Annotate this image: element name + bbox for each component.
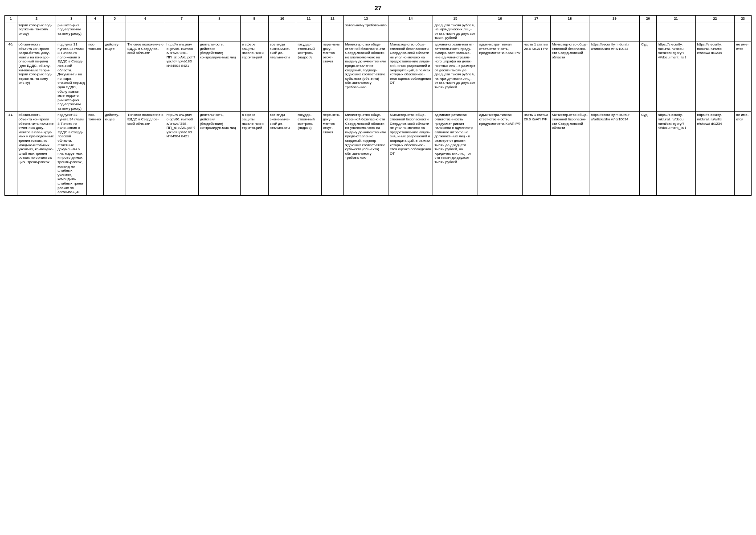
- table-row-40: 40. обязан-ность объекта кон-троля разра…: [5, 41, 752, 112]
- tc-1: [5, 22, 17, 41]
- hcol-9: 9: [240, 16, 268, 22]
- r40-c13: Министер-ство обще-ственной безопасно-ст…: [343, 41, 388, 112]
- main-table: 1 2 3 4 5 6 7 8 9 10 11 12 13 14 15 16 1…: [4, 15, 752, 196]
- r40-c17: часть 1 статьи 20.6 Ко-АП РФ: [522, 41, 550, 112]
- tc-3: рин кото-рых под-верже-ны та-кому риску): [56, 22, 87, 41]
- tc-7: [165, 22, 198, 41]
- r40-c16: администра-тивная ответ-ственность, пред…: [478, 41, 522, 112]
- top-continuation-row: тории кото-рых под-верже-ны та-кому риск…: [5, 22, 752, 41]
- tc-15: двадцати тысяч рублей, на юри-дических л…: [433, 22, 478, 41]
- hcol-15: 15: [433, 16, 478, 22]
- r41-c23: не име-ется: [735, 112, 752, 195]
- r41-c18: Министер-ство обще-ственной безопасно-ст…: [550, 112, 589, 195]
- r40-c3: подпункт 31 пункта 34 главы 8 Типово-го …: [56, 41, 87, 112]
- r40-c4: пос-тоян-но: [87, 41, 104, 112]
- r40-c5: действу-ющее: [103, 41, 126, 112]
- tc-23: [735, 22, 752, 41]
- hcol-22: 22: [695, 16, 735, 22]
- tc-2: тории кото-рых под-верже-ны та-кому риск…: [17, 22, 56, 41]
- page-container: 27: [0, 0, 756, 535]
- hcol-2: 2: [17, 16, 56, 22]
- r41-c6: Типовое положение о ЕДДС в Свердлов-ской…: [126, 112, 165, 195]
- r41-c22: https://s ecurity. midural. ru/articl e/…: [695, 112, 735, 195]
- r41-c20: Суд: [640, 112, 657, 195]
- r40-c19: https://secur ity.midural.r u/article/sh…: [589, 41, 640, 112]
- r40-c18: Министер-ство обще-ственной безопасно-ст…: [550, 41, 589, 112]
- tc-10: [268, 22, 296, 41]
- tc-18: [550, 22, 589, 41]
- r41-c10: все виды эконо-миче-ской де-ятельно-сти: [268, 112, 296, 195]
- hcol-10: 10: [268, 16, 296, 22]
- hcol-7: 7: [165, 16, 198, 22]
- r41-c15: админист ративная ответствен-ность преду…: [433, 112, 478, 195]
- header-row: 1 2 3 4 5 6 7 8 9 10 11 12 13 14 15 16 1…: [5, 16, 752, 22]
- r41-c9: в сфере защиты населе-ния и террито-рий: [240, 112, 268, 195]
- r40-c14: Министер-ство обще-ственной безопасности…: [388, 41, 433, 112]
- tc-19: [589, 22, 640, 41]
- r40-c7: http://w ww.prav o.gov66. ru/medi a/prav…: [165, 41, 198, 112]
- hcol-23: 23: [735, 16, 752, 22]
- hcol-21: 21: [656, 16, 695, 22]
- tc-8: [198, 22, 240, 41]
- r40-c9: в сфере защиты населе-ния и террито-рий: [240, 41, 268, 112]
- hcol-12: 12: [321, 16, 343, 22]
- r41-c7: http://w ww.prav o.gov66. ru/medi a/prav…: [165, 112, 198, 195]
- r41-c13: Министер-ство обще-ственной безопасно-ст…: [343, 112, 388, 195]
- hcol-19: 19: [589, 16, 640, 22]
- hcol-4: 4: [87, 16, 104, 22]
- hcol-1: 1: [5, 16, 17, 22]
- page-title: 27: [4, 4, 752, 12]
- tc-13: зательному требова-нию: [343, 22, 388, 41]
- r40-c22: https://s ecurity. midural. ru/articl e/…: [695, 41, 735, 112]
- tc-12: [321, 22, 343, 41]
- tc-20: [640, 22, 657, 41]
- r41-c14: Министер-ство обще-ственной безопасности…: [388, 112, 433, 195]
- hcol-3: 3: [56, 16, 87, 22]
- r41-c3: подпункт 32 пункта 34 главы 8 Типово-го …: [56, 112, 87, 195]
- r40-c23: не име-ется: [735, 41, 752, 112]
- hcol-8: 8: [198, 16, 240, 22]
- tc-16: [478, 22, 522, 41]
- r41-c11: государ-ствен-ный контроль (надзор): [296, 112, 321, 195]
- table-row-41: 41. обязан-ность объекта кон-троля обесп…: [5, 112, 752, 195]
- r40-c21: https://s ecurity. midural. ru/docu ment…: [656, 41, 695, 112]
- r41-c2: обязан-ность объекта кон-троля обеспе-чи…: [17, 112, 56, 195]
- tc-11: [296, 22, 321, 41]
- hcol-16: 16: [478, 16, 522, 22]
- r40-c12: пере-чень доку-ментов отсут-ствует: [321, 41, 343, 112]
- hcol-6: 6: [126, 16, 165, 22]
- r40-c8: деятельность, действия (бездействие) кон…: [198, 41, 240, 112]
- tc-5: [103, 22, 126, 41]
- hcol-13: 13: [343, 16, 388, 22]
- tc-17: [522, 22, 550, 41]
- r40-c6: Типовое положение о ЕДДС в Свердлов-ской…: [126, 41, 165, 112]
- r41-c17: часть 1 статьи 20.6 КоАП РФ: [522, 112, 550, 195]
- r41-c5: действу-ющее: [103, 112, 126, 195]
- tc-22: [695, 22, 735, 41]
- hcol-20: 20: [640, 16, 657, 22]
- r40-c10: все виды эконо-миче-ской де-ятельно-сти: [268, 41, 296, 112]
- tc-4: [87, 22, 104, 41]
- r40-c20: Суд: [640, 41, 657, 112]
- hcol-18: 18: [550, 16, 589, 22]
- r40-num: 40.: [5, 41, 17, 112]
- r41-c8: деятельность, действия (бездействие) кон…: [198, 112, 240, 195]
- r40-c11: государ-ствен-ный контроль (надзор): [296, 41, 321, 112]
- hcol-14: 14: [388, 16, 433, 22]
- tc-21: [656, 22, 695, 41]
- r41-c19: https://secur ity.midural.r u/article/sh…: [589, 112, 640, 195]
- tc-9: [240, 22, 268, 41]
- r41-c16: администра-тивная ответ-ственность, пред…: [478, 112, 522, 195]
- r41-c12: пере-чень доку-ментов отсут-ствует: [321, 112, 343, 195]
- tc-14: [388, 22, 433, 41]
- r41-num: 41.: [5, 112, 17, 195]
- hcol-17: 17: [522, 16, 550, 22]
- tc-6: [126, 22, 165, 41]
- r41-c4: пос-тоян-но: [87, 112, 104, 195]
- hcol-5: 5: [103, 16, 126, 22]
- hcol-11: 11: [296, 16, 321, 22]
- r41-c21: https://s ecurity. midural. ru/docu ment…: [656, 112, 695, 195]
- r40-c2: обязан-ность объекта кон-троля разра-бот…: [17, 41, 56, 112]
- r40-c15: админи-стратив-ная от-ветствен-ность пре…: [433, 41, 478, 112]
